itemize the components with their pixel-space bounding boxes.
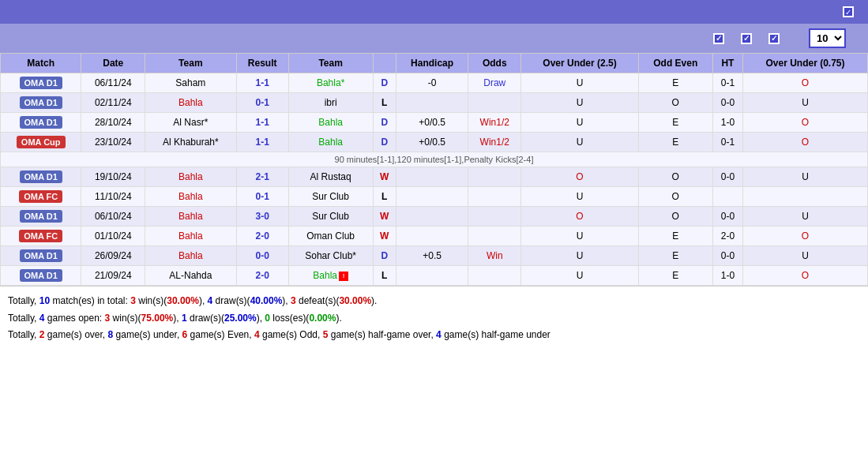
display-notes-checkbox[interactable]: ✓	[843, 6, 854, 17]
match-badge-cell: OMA D1	[1, 113, 81, 133]
col-match: Match	[1, 54, 81, 73]
ou25-cell: U	[521, 113, 638, 133]
odds-value: Win	[487, 250, 503, 261]
defeats-pct: 30.00%	[339, 295, 371, 306]
outcome: W	[380, 230, 389, 242]
oe-cell: E	[638, 227, 712, 246]
outcome-cell: L	[373, 93, 396, 113]
ht-cell: 1-0	[712, 113, 742, 133]
omad1-checkbox[interactable]: ✓	[713, 33, 724, 44]
total-matches: 10	[39, 295, 50, 306]
last-games-select[interactable]: 10 5 15 20 25 30	[809, 28, 846, 48]
match-badge: OMA D1	[20, 96, 62, 109]
oe-cell: E	[638, 266, 712, 286]
result-link[interactable]: 1-1	[255, 77, 269, 88]
result-link[interactable]: 2-0	[255, 230, 269, 242]
outcome: D	[381, 117, 388, 128]
result-cell: 0-1	[236, 187, 288, 207]
team-home: Al Khaburah*	[163, 137, 219, 148]
result-cell: 2-0	[236, 266, 288, 286]
ht-cell: 0-1	[712, 73, 742, 93]
team-away-cell: Sur Club	[288, 187, 373, 207]
ou075-cell: O	[742, 227, 867, 246]
ou25-value: U	[577, 77, 584, 88]
outcome-cell: W	[373, 207, 396, 227]
ou25-cell: U	[521, 246, 638, 266]
col-team2: Team	[288, 54, 373, 73]
result-link[interactable]: 2-0	[255, 270, 269, 281]
match-badge-cell: OMA Cup	[1, 133, 81, 152]
ou25-cell: U	[521, 227, 638, 246]
team-away-cell: Bahla	[288, 113, 373, 133]
team-away-cell: Sohar Club*	[288, 246, 373, 266]
result-link[interactable]: 0-1	[255, 97, 269, 108]
summary-section: Totally, 10 match(es) in total: 3 win(s)…	[0, 286, 868, 350]
result-link[interactable]: 2-1	[255, 171, 269, 182]
ht-cell: 2-0	[712, 227, 742, 246]
team-home-cell: Bahla	[145, 93, 236, 113]
filter-omad1[interactable]: ✓	[713, 33, 728, 44]
date-cell: 06/11/24	[81, 73, 145, 93]
result-link[interactable]: 3-0	[255, 211, 269, 222]
date-cell: 06/10/24	[81, 207, 145, 227]
outcome-cell: L	[373, 266, 396, 286]
team-away: Oman Club	[306, 230, 355, 242]
result-cell: 0-0	[236, 246, 288, 266]
result-link[interactable]: 1-1	[255, 137, 269, 148]
outcome: L	[381, 270, 387, 281]
half-over-count: 5	[323, 329, 329, 340]
team-home: Saham	[175, 77, 205, 88]
match-badge-cell: OMA D1	[1, 93, 81, 113]
oe-cell: E	[638, 246, 712, 266]
note-cell: 90 minutes[1-1],120 minutes[1-1],Penalty…	[1, 152, 868, 167]
team-away: Bahla	[318, 137, 343, 148]
ou25-cell: O	[521, 167, 638, 187]
result-link[interactable]: 1-1	[255, 117, 269, 128]
summary-line1: Totally, 10 match(es) in total: 3 win(s)…	[8, 293, 860, 310]
oe-cell: O	[638, 207, 712, 227]
display-notes-control[interactable]: ✓	[843, 6, 859, 17]
odds-cell	[468, 266, 521, 286]
ou075-value: U	[802, 97, 809, 108]
handicap-cell	[396, 207, 468, 227]
outcome-cell: D	[373, 73, 396, 93]
handicap-cell: +0/0.5	[396, 133, 468, 152]
ou075-cell: U	[742, 93, 867, 113]
ou25-value: U	[577, 97, 584, 108]
open-losses: 0	[265, 313, 270, 324]
table-row: OMA D119/10/24Bahla2-1Al RustaqWOO0-0U	[1, 167, 868, 187]
col-date: Date	[81, 54, 145, 73]
odds-cell: Win1/2	[468, 133, 521, 152]
over-count: 2	[39, 329, 45, 340]
ou075-cell: U	[742, 167, 867, 187]
omafc-checkbox[interactable]: ✓	[768, 33, 780, 44]
ou25-cell: U	[521, 187, 638, 207]
ou25-value: U	[577, 137, 584, 148]
col-outcome	[373, 54, 396, 73]
result-link[interactable]: 0-1	[255, 191, 269, 202]
under-count: 8	[108, 329, 114, 340]
result-link[interactable]: 0-0	[255, 250, 269, 261]
ou075-cell: O	[742, 133, 867, 152]
team-away: Sur Club	[312, 211, 349, 222]
team-home-cell: Al Nasr*	[145, 113, 236, 133]
defeats: 3	[291, 295, 296, 306]
match-badge: OMA FC	[19, 190, 62, 203]
open-games: 4	[39, 313, 45, 324]
oe-cell: O	[638, 167, 712, 187]
filter-omacup[interactable]: ✓	[741, 33, 756, 44]
col-ou075: Over Under (0.75)	[742, 54, 867, 73]
date-cell: 23/10/24	[81, 133, 145, 152]
outcome: L	[381, 191, 387, 202]
ou25-value: U	[577, 250, 584, 261]
ou075-value: O	[802, 77, 809, 88]
team-home-cell: Bahla	[145, 187, 236, 207]
oe-cell: O	[638, 187, 712, 207]
omacup-checkbox[interactable]: ✓	[741, 33, 752, 44]
team-home-cell: Saham	[145, 73, 236, 93]
ou075-value: O	[802, 270, 809, 281]
team-home: Bahla	[178, 191, 203, 202]
filter-omafc[interactable]: ✓	[768, 33, 783, 44]
table-row: OMA D106/11/24Saham1-1Bahla*D-0DrawUE0-1…	[1, 73, 868, 93]
result-cell: 2-0	[236, 227, 288, 246]
